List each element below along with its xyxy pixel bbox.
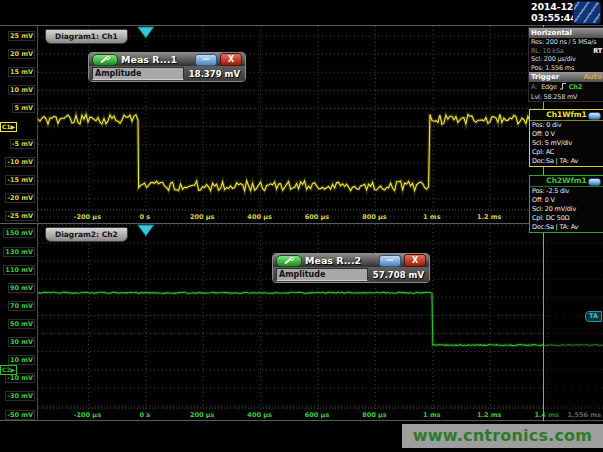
y-tick-label: -15 mV [1, 176, 35, 184]
meas1-type-field[interactable]: Amplitude [92, 67, 184, 80]
x-tick-label: 1 ms [410, 213, 454, 221]
y-tick-label: 90 mV [1, 284, 35, 292]
x-tick-label: 600 µs [295, 411, 339, 419]
y-tick-label: 15 mV [1, 68, 35, 76]
y-tick-text: 10 mV [8, 355, 35, 365]
x-tick-label: 800 µs [352, 213, 396, 221]
y-tick-label: 70 mV [1, 302, 35, 310]
ch2wfm-pos: Pos: -2.5 div [530, 187, 603, 196]
horizontal-rl-row: RL: 10 kSa RT [529, 47, 603, 56]
y-tick-label: 110 mV [1, 266, 35, 274]
meas2-settings-button[interactable] [276, 255, 302, 267]
meas2-close-button[interactable]: X [404, 254, 426, 267]
trace-glow-ch2 [38, 292, 603, 346]
x-tick-label: -200 µs [65, 411, 109, 419]
y-tick-text: -30 mV [5, 391, 35, 401]
y-tick-label: 130 mV [1, 248, 35, 256]
y-tick-label: -10 mV [1, 158, 35, 166]
ch1wfm-dec: Dec:Sa | TA: Av [530, 157, 603, 166]
ch1wfm-scl: Scl: 5 mV/div [530, 139, 603, 148]
y-tick-label: -25 mV [1, 212, 35, 220]
wrench-icon [99, 56, 111, 64]
diagram1: Diagram1: Ch1 25 mV20 mV15 mV10 mV5 mV-5… [0, 26, 543, 222]
x-tick-label: 0 s [123, 213, 167, 221]
y-tick-text: 25 mV [8, 31, 35, 41]
horizontal-res-row: Res: 200 ns / 5 MSa/s [529, 38, 603, 47]
x-tick-label: 200 µs [180, 213, 224, 221]
tab-diagram1[interactable]: Diagram1: Ch1 [45, 29, 128, 44]
y-tick-text: 10 mV [8, 85, 35, 95]
meas1-title: Meas R...1 [121, 54, 192, 65]
sidebar-dim-overlay [544, 224, 603, 420]
y-tick-text: 150 mV [3, 228, 35, 238]
y-tick-text: 70 mV [8, 301, 35, 311]
meas1-value: 18.379 mV [187, 69, 242, 79]
y-tick-text: 90 mV [8, 283, 35, 293]
y-tick-label: 150 mV [1, 229, 35, 237]
trigger-position-marker[interactable] [138, 27, 154, 38]
meas2-minimize-button[interactable]: — [379, 255, 401, 267]
y-tick-label: 20 mV [1, 50, 35, 58]
y-tick-label: 30 mV [1, 338, 35, 346]
y-tick-label: 10 mV [1, 86, 35, 94]
trigger-a-row: A: Edge Ch2 [529, 82, 603, 93]
y-tick-text: -50 mV [5, 410, 35, 420]
meas1-body: Amplitude 18.379 mV [89, 66, 245, 81]
meas2-body: Amplitude 57.708 mV [273, 267, 429, 282]
trigger-type: Edge [541, 83, 557, 92]
ta-badge[interactable]: TA [585, 311, 602, 322]
meas2-type-field[interactable]: Amplitude [276, 268, 368, 281]
trigger-a-label: A: [531, 83, 537, 92]
x-tick-label: -200 µs [65, 213, 109, 221]
y-tick-label: -10 mV [1, 374, 35, 382]
trace-ch2 [38, 292, 603, 346]
y-tick-text: -15 mV [5, 175, 35, 185]
horizontal-trigger-panel[interactable]: Horizontal Res: 200 ns / 5 MSa/s RL: 10 … [528, 27, 603, 102]
meas1-titlebar[interactable]: Meas R...1 — X [89, 53, 245, 66]
y-tick-text: -20 mV [5, 193, 35, 203]
ch1wfm-pos: Pos: 0 div [530, 121, 603, 130]
rohde-schwarz-logo [573, 1, 601, 24]
channel-marker-ch1[interactable]: C1▶ [0, 122, 17, 132]
x-tick-label: 0 s [123, 411, 167, 419]
y-tick-label: 50 mV [1, 320, 35, 328]
trigger-position-marker[interactable] [138, 225, 154, 236]
x-tick-label: 400 µs [238, 213, 282, 221]
ch2wfm-minimize-icon[interactable] [588, 178, 601, 186]
tab-diagram2[interactable]: Diagram2: Ch2 [45, 227, 128, 242]
ch1wfm-minimize-icon[interactable] [588, 112, 601, 120]
top-bar: 2014-12-22 03:55:44 [0, 0, 603, 25]
meas-window-1[interactable]: Meas R...1 — X Amplitude 18.379 mV [88, 52, 246, 82]
y-tick-label: 10 mV [1, 356, 35, 364]
horizontal-scl-row: Scl: 200 µs/div [529, 55, 603, 64]
trigger-source: Ch2 [569, 83, 582, 92]
rising-edge-icon [559, 82, 567, 93]
horizontal-header[interactable]: Horizontal [529, 28, 603, 38]
ch1wfm-off: Off: 0 V [530, 130, 603, 139]
meas1-close-button[interactable]: X [220, 53, 242, 66]
meas1-minimize-button[interactable]: — [195, 54, 217, 66]
ch1wfm-title: Ch1Wfm1 [546, 110, 587, 119]
channel-marker-ch2[interactable]: C2▶ [0, 365, 17, 375]
frame-line-bottom [0, 420, 603, 421]
x-tick-label: 800 µs [352, 411, 396, 419]
trigger-mode-badge: Auto [583, 72, 602, 82]
ch2wfm-dec: Dec:Sa | TA: Av [530, 223, 603, 232]
meas2-titlebar[interactable]: Meas R...2 — X [273, 254, 429, 267]
ch2wfm-header: Ch2Wfm1 [530, 176, 603, 187]
y-tick-label: -5 mV [1, 140, 35, 148]
y-tick-label: 5 mV [1, 104, 35, 112]
y-tick-text: 30 mV [8, 337, 35, 347]
meas1-settings-button[interactable] [92, 54, 118, 66]
y-tick-text: -10 mV [5, 157, 35, 167]
oscilloscope-screen: 2014-12-22 03:55:44 Diagram1: Ch1 25 mV2… [0, 0, 603, 452]
ch2wfm-title: Ch2Wfm1 [546, 176, 587, 185]
watermark: www.cntronics.com [402, 424, 603, 448]
y-tick-text: 50 mV [8, 319, 35, 329]
ch2wfm-box[interactable]: Ch2Wfm1 Pos: -2.5 div Off: 0 V Scl: 20 m… [529, 175, 603, 233]
trigger-header[interactable]: Trigger Auto [529, 72, 603, 82]
meas-window-2[interactable]: Meas R...2 — X Amplitude 57.708 mV [272, 253, 430, 283]
ch1wfm-box[interactable]: Ch1Wfm1 Pos: 0 div Off: 0 V Scl: 5 mV/di… [529, 109, 603, 167]
x-tick-label: 400 µs [238, 411, 282, 419]
y-tick-text: 130 mV [3, 247, 35, 257]
